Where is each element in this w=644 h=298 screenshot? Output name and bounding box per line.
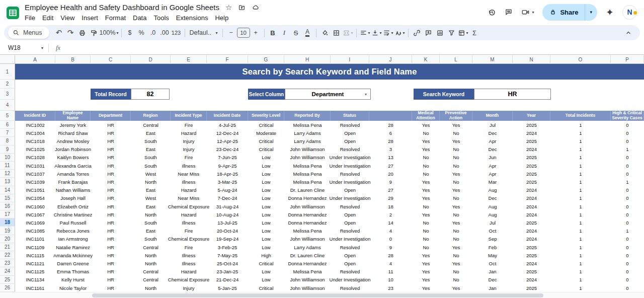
cell[interactable]: No [412,227,440,235]
insert-chart-button[interactable] [434,27,446,39]
cell[interactable]: Fire [171,154,207,162]
cell[interactable]: 2025 [513,243,550,251]
cell[interactable]: 1 [550,276,611,284]
cell[interactable]: John Williamson [284,276,331,284]
cell[interactable]: 0 [611,268,644,276]
cell[interactable]: INC1067 [15,210,55,218]
cell[interactable]: Low [248,235,284,243]
text-wrap-button[interactable]: ▾ [382,27,394,39]
cell[interactable]: 2025 [513,284,550,292]
cell[interactable]: Dec [472,276,513,284]
cell[interactable]: 5-Jan-25 [207,284,248,292]
cell[interactable]: 2025 [513,121,550,129]
cell[interactable]: Jul [472,218,513,227]
cell[interactable]: 1 [550,186,611,194]
cell[interactable]: 29 [369,194,412,202]
row-header-7[interactable]: 7 [0,129,15,137]
menu-view[interactable]: View [57,13,78,23]
cell[interactable]: Low [248,276,284,284]
paint-format-button[interactable] [88,27,100,39]
cell[interactable]: Jeremy York [55,121,91,129]
cell[interactable]: HR [91,218,131,227]
cell[interactable]: 0 [369,235,412,243]
name-box[interactable]: W18 ▾ [4,44,48,51]
cell[interactable]: Yes [412,186,440,194]
cell[interactable]: HR [91,243,131,251]
row-header-9[interactable]: 9 [0,145,15,154]
cell[interactable]: 2024 [513,145,550,154]
cell[interactable]: Natalie Ramirez [55,243,91,251]
cell[interactable]: 10-Aug-24 [207,210,248,218]
cell[interactable]: Oct [472,227,513,235]
cell[interactable]: INC1037 [15,170,55,178]
cell[interactable]: 4 [369,227,412,235]
cell[interactable]: Open [331,137,369,145]
row-header-16[interactable]: 16 [0,202,15,210]
cell[interactable]: Yes [440,243,472,251]
cell[interactable]: 2025 [513,137,550,145]
cell[interactable]: Low [248,162,284,170]
cell[interactable]: Resolved [331,145,369,154]
cell[interactable]: North [131,251,171,259]
cell[interactable]: INC1060 [15,202,55,210]
cell[interactable]: Melissa Pena [284,178,331,186]
cell[interactable]: INC1109 [15,243,55,251]
cell[interactable]: 13-Jul-25 [207,218,248,227]
cell[interactable]: 1 [611,227,644,235]
cell[interactable]: 2 [369,210,412,218]
cell[interactable]: INC1069 [15,218,55,227]
menu-file[interactable]: File [21,13,39,23]
cell[interactable]: Open [331,218,369,227]
cell[interactable]: Jul [472,121,513,129]
cell[interactable]: Larry Adams [284,137,331,145]
cell[interactable]: HR [91,145,131,154]
cell[interactable]: HR [91,121,131,129]
cell[interactable]: 27 [369,162,412,170]
column-header-P[interactable]: P [611,55,644,64]
cell[interactable]: No [412,243,440,251]
row-header-2[interactable]: 2 [0,80,15,89]
font-size-input[interactable]: 10 [237,28,250,38]
row-header-11[interactable]: 11 [0,162,15,170]
cell[interactable]: Hazard [171,268,207,276]
cloud-status-icon[interactable] [252,4,260,11]
cell[interactable]: Yes [440,284,472,292]
menu-format[interactable]: Format [102,13,129,23]
cell[interactable]: 2024 [513,129,550,137]
comments-icon[interactable] [505,8,513,16]
cell[interactable]: Critical [248,284,284,292]
cell[interactable]: 2025 [513,170,550,178]
scrollbar-thumb[interactable] [92,293,543,297]
cell[interactable]: Low [248,178,284,186]
cell[interactable]: 1 [550,162,611,170]
table-column-header[interactable] [369,111,412,121]
table-column-header[interactable]: Department [91,111,131,121]
table-column-header[interactable]: Status [331,111,369,121]
cell[interactable]: Donna Hernandez [284,210,331,218]
cell[interactable]: Central [131,121,171,129]
column-header-L[interactable]: L [440,55,472,64]
cell[interactable]: No [440,210,472,218]
row-header-24[interactable]: 24 [0,267,15,275]
cell[interactable]: INC1101 [15,235,55,243]
borders-button[interactable] [331,27,342,39]
row-header-8[interactable]: 8 [0,137,15,145]
cell[interactable]: Melissa Pena [284,227,331,235]
cell[interactable]: 1 [550,170,611,178]
menu-extensions[interactable]: Extensions [173,13,212,23]
cell[interactable]: Apr [472,170,513,178]
column-header-B[interactable]: B [55,55,91,64]
undo-button[interactable]: ↶ [53,27,65,39]
cell[interactable]: No [440,194,472,202]
cell[interactable]: Low [248,210,284,218]
cell[interactable]: Yes [412,284,440,292]
cell[interactable]: Open [331,251,369,259]
cell[interactable]: 3-Mar-25 [207,178,248,186]
cell[interactable]: HR [91,137,131,145]
cell[interactable]: HR [91,210,131,218]
cell[interactable]: Jordan Robinson [55,145,91,154]
table-column-header[interactable]: Month [472,111,513,121]
cell[interactable]: INC1161 [15,284,55,292]
cell[interactable]: 5-Aug-24 [207,186,248,194]
cell[interactable]: 2024 [513,210,550,218]
